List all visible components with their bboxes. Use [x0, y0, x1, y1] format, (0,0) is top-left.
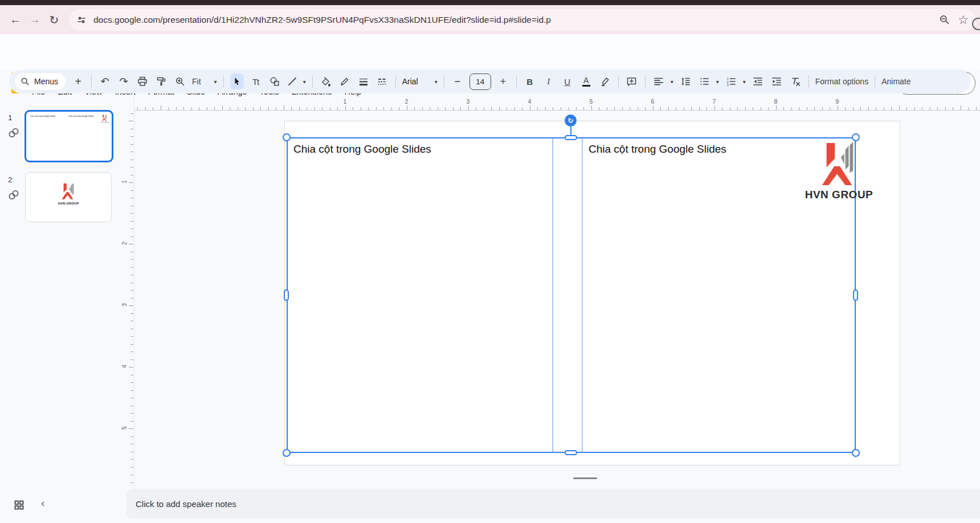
reload-button[interactable]: ↻	[44, 10, 64, 30]
line-tool[interactable]	[287, 73, 298, 89]
app-header: HVN ☆ Saved to Drive	[0, 34, 980, 70]
line-spacing-button[interactable]	[679, 73, 692, 89]
url-text: docs.google.com/presentation/d/1Hi22hVNh…	[93, 15, 931, 25]
decrease-font-button[interactable]: −	[451, 73, 464, 89]
thumb1-text-right: Chia cột trong Google Slides	[68, 115, 94, 117]
grid-view-button[interactable]	[14, 500, 24, 510]
paint-format-button[interactable]	[154, 73, 168, 89]
menus-search[interactable]: Menus	[15, 73, 66, 90]
handle-left[interactable]	[284, 289, 289, 301]
bold-button[interactable]: B	[523, 73, 537, 89]
main-toolbar: Menus + ↶ ↷ Fit ▾	[9, 70, 971, 93]
font-caret-icon[interactable]: ▾	[435, 79, 438, 85]
search-icon	[21, 77, 30, 86]
handle-right[interactable]	[853, 289, 858, 301]
select-tool[interactable]	[230, 73, 244, 89]
italic-button[interactable]: I	[542, 73, 556, 89]
hvn-logo-mark	[820, 138, 859, 189]
rotation-handle[interactable]: ↻	[565, 115, 577, 126]
slide-1-link-icon	[7, 126, 20, 139]
align-caret-icon[interactable]: ▾	[671, 79, 673, 85]
svg-text:3: 3	[726, 83, 729, 87]
border-dash-tool[interactable]	[375, 73, 389, 89]
align-button[interactable]	[652, 73, 665, 89]
back-button[interactable]: ←	[6, 10, 25, 30]
undo-button[interactable]: ↶	[98, 73, 112, 89]
handle-top-right[interactable]	[852, 133, 860, 141]
slide-2-link-icon	[7, 189, 20, 201]
browser-toolbar: ← → ↻ docs.google.com/presentation/d/1Hi…	[0, 5, 980, 34]
font-family-select[interactable]: Arial	[402, 77, 430, 86]
slide-thumbnail-1[interactable]: Chia cột trong Google Slides Chia cột tr…	[24, 110, 113, 162]
zoom-out-icon[interactable]	[939, 14, 950, 25]
slide-thumbnail-2[interactable]: HVN GROUP	[25, 172, 112, 222]
highlight-color-button[interactable]	[598, 73, 612, 89]
handle-bottom-center[interactable]	[565, 450, 577, 455]
line-caret-icon[interactable]: ▾	[303, 79, 306, 85]
thumb1-text-left: Chia cột trong Google Slides	[30, 115, 56, 117]
speaker-notes-panel[interactable]: Click to add speaker notes	[126, 489, 980, 518]
text-color-button[interactable]: A	[579, 73, 593, 89]
underline-button[interactable]: U	[561, 73, 574, 89]
new-slide-button[interactable]: +	[71, 73, 85, 89]
zoom-select[interactable]: Fit	[192, 77, 201, 86]
border-color-tool[interactable]	[338, 73, 352, 89]
insert-comment-button[interactable]	[625, 73, 639, 89]
decrease-indent-button[interactable]	[751, 73, 765, 89]
handle-bottom-right[interactable]	[852, 449, 860, 457]
bookmark-star-icon[interactable]: ☆	[958, 13, 969, 27]
print-button[interactable]	[136, 73, 149, 89]
window-titlebar	[0, 0, 980, 5]
font-size-input[interactable]: 14	[469, 73, 491, 90]
redo-button[interactable]: ↷	[117, 73, 130, 89]
vertical-ruler: 12345	[121, 110, 134, 489]
animate-button[interactable]: Animate	[881, 77, 910, 86]
zoom-caret-icon[interactable]: ▾	[214, 79, 217, 85]
notes-resize-handle[interactable]	[573, 477, 597, 479]
increase-indent-button[interactable]	[770, 73, 783, 89]
collapse-filmstrip-button[interactable]: ‹	[41, 497, 44, 509]
text-box-tool[interactable]: Tt	[249, 73, 263, 89]
increase-font-button[interactable]: +	[496, 73, 510, 89]
slide-text-column-1[interactable]: Chia cột trong Google Slides	[293, 143, 431, 156]
thumb2-logo: HVN GROUP	[26, 182, 111, 205]
numbered-list-caret-icon[interactable]: ▾	[743, 79, 746, 85]
forward-button[interactable]: →	[25, 10, 44, 30]
google-slides-window: ← → ↻ docs.google.com/presentation/d/1Hi…	[0, 0, 980, 523]
zoom-icon[interactable]	[173, 73, 187, 89]
clear-formatting-button[interactable]	[789, 73, 802, 89]
thumb1-logo: HVN GROUP	[100, 114, 108, 123]
panel-divider	[134, 97, 134, 489]
speaker-notes-placeholder: Click to add speaker notes	[136, 499, 236, 509]
handle-top-center[interactable]	[565, 135, 577, 140]
shape-tool[interactable]	[268, 73, 281, 89]
hvn-logo[interactable]: HVN GROUP	[801, 138, 877, 201]
numbered-list-button[interactable]: 1 2 3	[724, 73, 738, 89]
menus-label: Menus	[34, 77, 58, 86]
site-info-icon[interactable]	[76, 15, 87, 25]
browser-edge-icon	[972, 18, 980, 30]
bulleted-list-button[interactable]	[697, 73, 711, 89]
handle-bottom-left[interactable]	[283, 449, 291, 457]
bulleted-list-caret-icon[interactable]: ▾	[716, 79, 719, 85]
selection-box[interactable]	[287, 137, 856, 453]
slide-2-number: 2	[8, 174, 13, 185]
border-weight-tool[interactable]	[357, 73, 370, 89]
horizontal-ruler: 123456789	[134, 97, 980, 111]
handle-top-left[interactable]	[283, 133, 291, 141]
format-options-button[interactable]: Format options	[815, 77, 868, 86]
fill-color-tool[interactable]	[319, 73, 333, 89]
slide-text-column-2[interactable]: Chia cột trong Google Slides	[589, 143, 726, 156]
slide-1-number: 1	[8, 112, 13, 122]
hvn-logo-text: HVN GROUP	[801, 189, 877, 201]
url-bar[interactable]: docs.google.com/presentation/d/1Hi22hVNh…	[70, 9, 975, 31]
